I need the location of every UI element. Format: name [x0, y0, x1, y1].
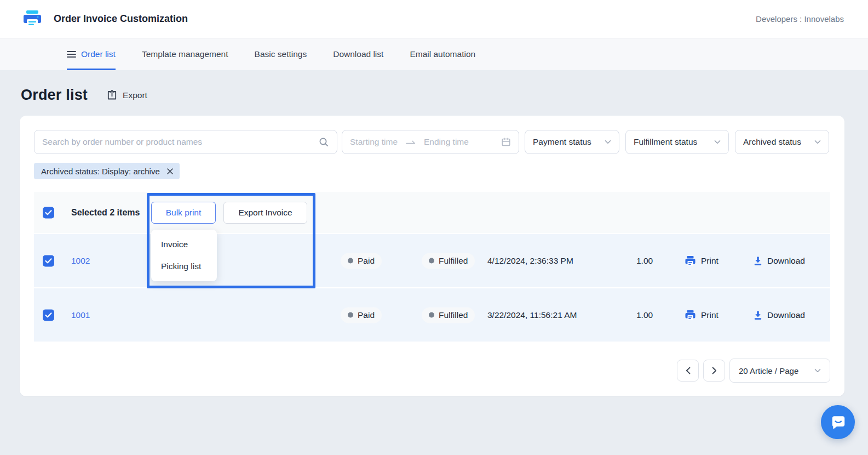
payment-status-select[interactable]: Payment status	[525, 130, 619, 154]
download-icon	[752, 255, 763, 266]
hamburger-icon	[67, 50, 76, 58]
arrow-right-icon	[405, 139, 416, 145]
tab-label: Template management	[142, 49, 228, 59]
payment-status-badge: Paid	[341, 253, 382, 269]
tab-order-list[interactable]: Order list	[67, 38, 116, 70]
page-title: Order list	[21, 87, 88, 104]
tab-label: Email automation	[410, 49, 475, 59]
next-page-button[interactable]	[703, 360, 725, 382]
export-label: Export	[123, 90, 147, 100]
payment-status-text: Paid	[358, 310, 375, 320]
orders-table: Selected 2 items Bulk print Export Invoi…	[34, 192, 830, 342]
order-list-card: Starting time Ending time Payment status	[20, 116, 844, 396]
payment-status-label: Payment status	[533, 137, 591, 147]
calendar-icon	[501, 137, 511, 147]
download-button[interactable]: Download	[752, 255, 805, 266]
export-invoice-button[interactable]: Export Invoice	[223, 202, 307, 224]
print-label: Print	[701, 256, 718, 266]
download-label: Download	[767, 256, 805, 266]
print-icon	[685, 309, 696, 321]
print-button[interactable]: Print	[685, 255, 718, 266]
tab-label: Basic settings	[255, 49, 307, 59]
chevron-down-icon	[605, 140, 611, 144]
printer-logo-icon	[22, 9, 43, 29]
app-screen: Order Invoice Customization Developers :…	[0, 0, 868, 455]
chevron-down-icon	[814, 140, 821, 144]
page-size-select[interactable]: 20 Article / Page	[729, 359, 830, 383]
order-number-link[interactable]: 1001	[71, 310, 90, 320]
order-date: 3/22/2024, 11:56:21 AM	[487, 310, 577, 320]
account-label: Developers : Innovelabs	[756, 14, 844, 24]
order-number-link[interactable]: 1002	[71, 256, 90, 266]
active-filter-chip: Archived status: Display: archive	[34, 163, 180, 179]
chevron-down-icon	[714, 140, 721, 144]
tab-email-automation[interactable]: Email automation	[410, 38, 475, 70]
nav-tabs: Order list Template management Basic set…	[0, 38, 868, 70]
chat-launcher-button[interactable]	[821, 405, 855, 439]
bulk-action-bar: Selected 2 items Bulk print Export Invoi…	[34, 192, 830, 233]
page-title-row: Order list Export	[21, 87, 868, 104]
payment-status-badge: Paid	[341, 307, 382, 323]
order-amount: 1.00	[636, 256, 653, 266]
payment-status-text: Paid	[358, 256, 375, 266]
page-size-label: 20 Article / Page	[739, 366, 798, 376]
filter-row: Starting time Ending time Payment status	[34, 130, 830, 154]
download-label: Download	[767, 310, 805, 320]
row-checkbox[interactable]	[43, 255, 54, 266]
selected-count-label: Selected 2 items	[71, 208, 140, 218]
tab-template-management[interactable]: Template management	[142, 38, 228, 70]
search-box	[34, 130, 337, 154]
tab-label: Order list	[81, 49, 116, 59]
export-button[interactable]: Export	[106, 89, 147, 101]
export-icon	[106, 89, 118, 101]
print-icon	[685, 255, 696, 266]
search-icon	[318, 136, 329, 147]
fulfillment-status-badge: Fulfilled	[422, 307, 475, 323]
pagination: 20 Article / Page	[34, 359, 830, 383]
app-title: Order Invoice Customization	[54, 13, 188, 25]
status-dot	[429, 258, 434, 264]
chat-bubble-icon	[829, 413, 847, 431]
print-label: Print	[701, 310, 718, 320]
bulk-print-menu: Invoice Picking list	[151, 230, 217, 281]
archived-status-label: Archived status	[743, 137, 801, 147]
row-checkbox[interactable]	[43, 309, 54, 321]
tab-download-list[interactable]: Download list	[333, 38, 383, 70]
app-header: Order Invoice Customization Developers :…	[0, 0, 868, 38]
fulfillment-status-select[interactable]: Fulfillment status	[625, 130, 729, 154]
search-input[interactable]	[42, 137, 318, 147]
bulk-print-button[interactable]: Bulk print	[151, 202, 216, 224]
fulfillment-status-text: Fulfilled	[439, 310, 468, 320]
fulfillment-status-label: Fulfillment status	[634, 137, 697, 147]
menu-item-invoice[interactable]: Invoice	[151, 234, 217, 255]
fulfillment-status-text: Fulfilled	[439, 256, 468, 266]
chevron-down-icon	[814, 368, 821, 373]
tab-basic-settings[interactable]: Basic settings	[255, 38, 307, 70]
select-all-checkbox[interactable]	[43, 207, 54, 218]
archived-status-select[interactable]: Archived status	[735, 130, 829, 154]
chip-close-icon[interactable]	[166, 168, 174, 175]
date-range-picker[interactable]: Starting time Ending time	[342, 130, 519, 154]
order-amount: 1.00	[636, 310, 653, 320]
table-row: 1001 Paid Fulfilled 3/22/2024, 11:56:21 …	[34, 288, 830, 342]
start-date-placeholder: Starting time	[350, 137, 398, 147]
end-date-placeholder: Ending time	[424, 137, 469, 147]
status-dot	[429, 312, 434, 318]
chip-label: Archived status: Display: archive	[41, 167, 160, 176]
prev-page-button[interactable]	[677, 360, 699, 382]
download-button[interactable]: Download	[752, 310, 805, 321]
fulfillment-status-badge: Fulfilled	[422, 253, 475, 269]
order-date: 4/12/2024, 2:36:33 PM	[487, 256, 573, 266]
menu-item-picking-list[interactable]: Picking list	[151, 255, 217, 277]
print-button[interactable]: Print	[685, 309, 718, 321]
status-dot	[348, 312, 353, 318]
status-dot	[348, 258, 353, 264]
download-icon	[752, 310, 763, 321]
tab-label: Download list	[333, 49, 383, 59]
